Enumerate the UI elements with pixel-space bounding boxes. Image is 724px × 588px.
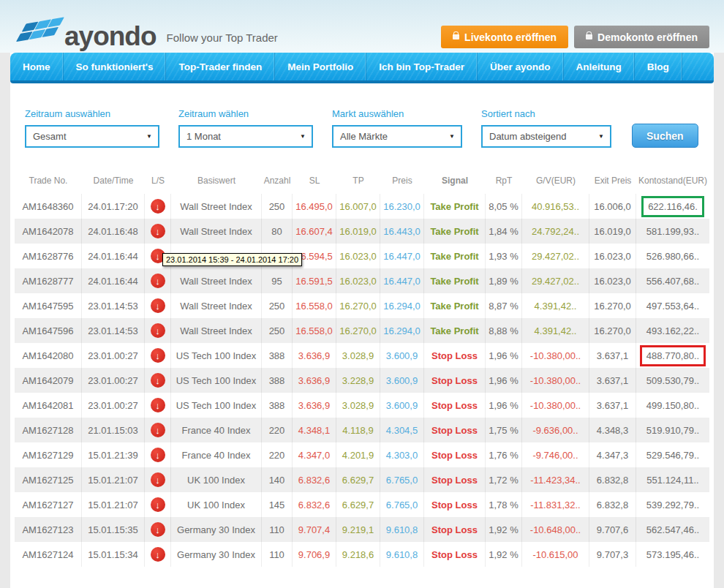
filter-bar: Zeitraum auswählenGesamt▼Zeitraum wählen… (10, 83, 714, 148)
cell-datetime: 23.01.00:27 (82, 393, 145, 418)
cell-trade_no: AM1642078 (15, 219, 82, 244)
table-row[interactable]: AM164208023.01.00:27↓US Tech 100 Index38… (15, 343, 709, 368)
cell-tp: 16.270,0 (336, 318, 380, 343)
cell-exit_preis: 3.637,1 (589, 343, 636, 368)
cell-kontostand: 562.547,46.. (636, 517, 709, 542)
cell-tp: 4.201,9 (336, 442, 380, 467)
cell-anzahl: 110 (262, 517, 293, 542)
cell-kontostand: 499.150,80.. (636, 393, 709, 418)
cell-signal: Take Profit (424, 219, 486, 244)
table-row[interactable]: AM164836024.01.17:20↓Wall Street Index25… (15, 194, 709, 219)
cell-anzahl: 388 (262, 393, 293, 418)
cell-basiswert: Wall Street Index (171, 268, 262, 293)
cell-exit_preis: 4.347,3 (589, 442, 636, 467)
cell-basiswert: Germany 30 Index (171, 542, 262, 567)
cell-kontostand: 556.407,68.. (636, 268, 709, 293)
cell-datetime: 15.01.21:07 (82, 467, 145, 492)
tagline: Follow your Top Trader (167, 31, 278, 48)
cell-preis: 6.765,0 (380, 467, 424, 492)
cell-anzahl: 220 (262, 418, 293, 442)
table-row[interactable]: AM162712715.01.21:07↓UK 100 Index1456.83… (15, 492, 709, 517)
filter-select-2[interactable]: 1 Monat▼ (178, 125, 313, 148)
cell-ls: ↓ (145, 418, 171, 442)
cell-sl: 16.607,4 (293, 219, 336, 244)
cell-signal: Stop Loss (424, 542, 486, 567)
cell-sl: 16.558,0 (293, 293, 336, 318)
table-row[interactable]: AM162712821.01.15:03↓France 40 Index2204… (15, 418, 709, 442)
cell-exit_preis: 3.637,1 (589, 393, 636, 418)
cell-tp: 3.028,9 (336, 393, 380, 418)
cell-gv: -9.746,00.. (522, 442, 589, 467)
date-range-tooltip: 23.01.2014 15:39 - 24.01.2014 17:20 (162, 253, 302, 266)
cell-rpt: 1,96 % (486, 393, 522, 418)
table-row[interactable]: AM162877624.01.16:44↓Wall Street Index95… (15, 244, 709, 268)
filter-select-3[interactable]: Alle Märkte▼ (332, 125, 462, 148)
nav-item-ich-bin-top-trader[interactable]: Ich bin Top-Trader (366, 53, 478, 80)
cell-rpt: 8,87 % (486, 293, 522, 318)
logo-text: ayondo (64, 24, 157, 48)
cell-anzahl: 250 (262, 194, 293, 219)
table-row[interactable]: AM164759523.01.14:53↓Wall Street Index25… (15, 293, 709, 318)
cell-tp: 6.629,7 (336, 492, 380, 517)
table-body: AM164836024.01.17:20↓Wall Street Index25… (15, 194, 709, 567)
nav-item-mein-portfolio[interactable]: Mein Portfolio (275, 53, 366, 80)
table-row[interactable]: AM164208123.01.00:27↓US Tech 100 Index38… (15, 393, 709, 418)
cell-exit_preis: 16.270,0 (589, 318, 636, 343)
cell-ls: ↓ (145, 318, 171, 343)
filter-select-4[interactable]: Datum absteigend▼ (481, 125, 611, 148)
short-arrow-down-icon: ↓ (151, 199, 165, 214)
nav-item-anleitung[interactable]: Anleitung (564, 53, 635, 80)
table-row[interactable]: AM162712915.01.21:39↓France 40 Index2204… (15, 442, 709, 467)
search-button[interactable]: Suchen (632, 124, 698, 148)
table-row[interactable]: AM164759623.01.14:53↓Wall Street Index25… (15, 318, 709, 343)
cell-tp: 16.023,0 (336, 244, 380, 268)
cell-gv: -11.423,34.. (522, 467, 589, 492)
cell-exit_preis: 4.348,3 (589, 418, 636, 442)
nav-item-home[interactable]: Home (10, 53, 64, 80)
table-row[interactable]: AM164207824.01.16:48↓Wall Street Index80… (15, 219, 709, 244)
cell-ls: ↓ (145, 343, 171, 368)
site-header: ayondo Follow your Top Trader Livekonto … (0, 0, 724, 53)
table-row[interactable]: AM162877724.01.16:44↓Wall Street Index95… (15, 268, 709, 293)
filter-select-1[interactable]: Gesamt▼ (25, 125, 159, 148)
ayondo-logo[interactable]: ayondo (15, 16, 157, 48)
cell-gv: -10.648,00.. (522, 517, 589, 542)
short-arrow-down-icon: ↓ (151, 522, 165, 537)
cell-kontostand: 509.530,79.. (636, 368, 709, 393)
ayondo-logo-icon (12, 12, 63, 52)
cell-ls: ↓ (145, 194, 171, 219)
trades-table: Trade No.Date/TimeL/SBasiswertAnzahlSLTP… (10, 148, 714, 567)
cell-gv: 40.916,53.. (522, 194, 589, 219)
cell-signal: Stop Loss (424, 368, 486, 393)
filter-label: Sortiert nach (481, 108, 611, 119)
cell-preis: 3.600,9 (380, 343, 424, 368)
livekonto-button[interactable]: Livekonto eröffnen (441, 26, 568, 48)
cell-basiswert: UK 100 Index (171, 492, 262, 517)
demokonto-button[interactable]: Demokonto eröffnen (574, 26, 709, 48)
filter-group: Zeitraum auswählenGesamt▼ (25, 108, 159, 148)
chevron-down-icon: ▼ (598, 133, 604, 140)
cell-datetime: 24.01.16:44 (82, 268, 145, 293)
table-row[interactable]: AM162712315.01.15:35↓Germany 30 Index110… (15, 517, 709, 542)
selected-value: Gesamt (33, 131, 67, 142)
nav-item-so-funktioniert-s[interactable]: So funktioniert's (64, 53, 167, 80)
cell-datetime: 24.01.16:44 (82, 244, 145, 268)
cell-signal: Stop Loss (424, 467, 486, 492)
cell-tp: 16.270,0 (336, 293, 380, 318)
short-arrow-down-icon: ↓ (151, 547, 165, 562)
cell-sl: 4.347,0 (293, 442, 336, 467)
cell-kontostand: 526.980,66.. (636, 244, 709, 268)
cell-rpt: 8,88 % (486, 318, 522, 343)
table-row[interactable]: AM162712515.01.21:07↓UK 100 Index1406.83… (15, 467, 709, 492)
nav-item-top-trader-finden[interactable]: Top-Trader finden (166, 53, 275, 80)
nav-item-blog[interactable]: Blog (635, 53, 682, 80)
cell-anzahl: 80 (262, 219, 293, 244)
table-row[interactable]: AM162712415.01.15:34↓Germany 30 Index110… (15, 542, 709, 567)
cell-sl: 9.707,4 (293, 517, 336, 542)
cell-basiswert: Wall Street Index (171, 293, 262, 318)
chevron-down-icon: ▼ (449, 133, 455, 140)
table-row[interactable]: AM164207923.01.00:27↓US Tech 100 Index38… (15, 368, 709, 393)
cell-trade_no: AM1627129 (15, 442, 82, 467)
nav-item--ber-ayondo[interactable]: Über ayondo (478, 53, 564, 80)
cell-gv: -10.380,00.. (522, 368, 589, 393)
